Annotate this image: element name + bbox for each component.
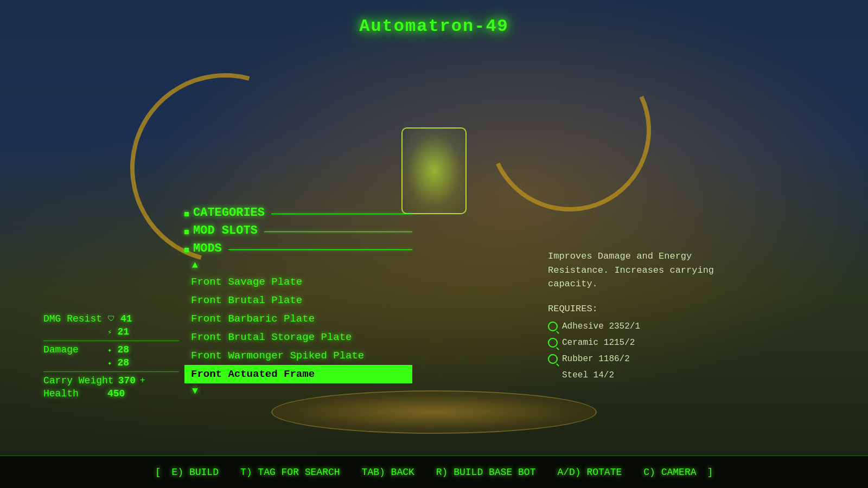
info-description: Improves Damage and Energy Resistance. I…: [548, 249, 732, 291]
mod-slots-dot: [184, 230, 189, 234]
crosshair-icon-1: ✦: [107, 345, 112, 355]
mod-slots-label: MOD SLOTS: [193, 224, 258, 237]
mod-item-1[interactable]: Front Brutal Plate: [184, 291, 412, 310]
carry-weight-plus: +: [140, 376, 145, 386]
info-panel: Improves Damage and Energy Resistance. I…: [548, 249, 732, 385]
menu-panel: CATEGORIES MOD SLOTS MODS ▲ Front Savage…: [184, 206, 412, 399]
requires-text-3: Steel 14/2: [562, 369, 614, 382]
scroll-down-arrow[interactable]: ▼: [184, 386, 412, 396]
game-title: Automatron-49: [359, 16, 509, 36]
divider-1: [43, 341, 179, 341]
mod-item-2[interactable]: Front Barbaric Plate: [184, 310, 412, 328]
crosshair-icon-2: ✦: [107, 358, 112, 368]
damage-label: Damage: [43, 344, 103, 355]
damage-row-2: ✦ 28: [43, 357, 179, 368]
robot-glow: [401, 127, 467, 214]
categories-label: CATEGORIES: [193, 206, 265, 220]
magnify-icon-0: [548, 322, 558, 331]
dmg-resist-row: DMG Resist 🛡 41: [43, 313, 179, 324]
shield-icon: 🛡: [107, 314, 115, 323]
requires-text-0: Adhesive 2352/1: [562, 320, 640, 333]
mod-item-0[interactable]: Front Savage Plate: [184, 273, 412, 291]
requires-item-2: Rubber 1186/2: [548, 352, 732, 365]
mod-item-5-selected[interactable]: Front Actuated Frame: [184, 365, 412, 383]
requires-text-2: Rubber 1186/2: [562, 352, 630, 365]
categories-dash: [271, 214, 412, 214]
requires-item-0: Adhesive 2352/1: [548, 320, 732, 333]
damage-row-1: Damage ✦ 28: [43, 344, 179, 355]
health-label: Health: [43, 388, 103, 399]
nav-back[interactable]: TAB) BACK: [351, 467, 425, 478]
dmg-resist-lightning-row: ⚡ 21: [43, 326, 179, 337]
scroll-up-arrow[interactable]: ▲: [184, 260, 412, 271]
stats-panel: DMG Resist 🛡 41 ⚡ 21 Damage ✦ 28 ✦ 28 Ca…: [43, 313, 179, 401]
requires-item-3: Steel 14/2: [562, 369, 732, 382]
requires-title: REQUIRES:: [548, 302, 732, 316]
requires-item-1: Ceramic 1215/2: [548, 336, 732, 349]
mods-label: MODS: [193, 242, 222, 255]
bracket-open: [: [155, 467, 161, 478]
mod-slots-dash: [264, 232, 412, 232]
carry-weight-value: 370: [118, 375, 136, 386]
bracket-close: ]: [707, 467, 713, 478]
dmg-resist-lightning-value: 21: [117, 326, 129, 337]
nav-camera[interactable]: C) CAMERA: [633, 467, 707, 478]
damage-value-1: 28: [117, 344, 129, 355]
mods-dot: [184, 248, 189, 252]
requires-text-1: Ceramic 1215/2: [562, 336, 635, 349]
carry-weight-label: Carry Weight: [43, 375, 114, 386]
dmg-resist-shield-value: 41: [120, 313, 132, 324]
background-scene: [0, 0, 868, 488]
magnify-icon-2: [548, 354, 558, 364]
mod-item-4[interactable]: Front Warmonger Spiked Plate: [184, 346, 412, 365]
health-value: 450: [107, 388, 125, 399]
lightning-icon: ⚡: [107, 328, 112, 337]
mod-item-3[interactable]: Front Brutal Storage Plate: [184, 328, 412, 346]
mod-list: Front Savage Plate Front Brutal Plate Fr…: [184, 273, 412, 383]
mods-section[interactable]: MODS: [184, 242, 412, 258]
arm-decoration-right: [465, 26, 674, 235]
damage-value-2: 28: [117, 357, 129, 368]
categories-section[interactable]: CATEGORIES: [184, 206, 412, 222]
bottom-nav-bar: [ E) BUILD T) TAG FOR SEARCH TAB) BACK R…: [0, 455, 868, 488]
mods-dash: [228, 249, 412, 250]
magnify-icon-1: [548, 338, 558, 348]
health-row: Health 450: [43, 388, 179, 399]
divider-2: [43, 371, 179, 372]
carry-weight-row: Carry Weight 370 +: [43, 375, 179, 386]
categories-dot: [184, 212, 189, 216]
nav-build-base-bot[interactable]: R) BUILD BASE BOT: [425, 467, 547, 478]
nav-build[interactable]: E) BUILD: [161, 467, 229, 478]
mod-slots-section[interactable]: MOD SLOTS: [184, 224, 412, 240]
dmg-resist-label: DMG Resist: [43, 313, 103, 324]
nav-rotate[interactable]: A/D) ROTATE: [546, 467, 633, 478]
nav-tag-search[interactable]: T) TAG FOR SEARCH: [229, 467, 351, 478]
